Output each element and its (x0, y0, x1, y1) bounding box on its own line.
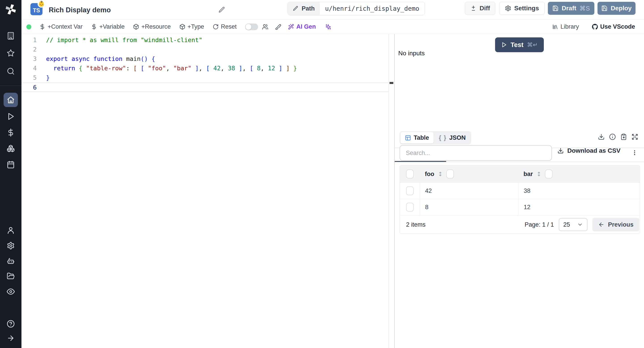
code-editor[interactable]: 1// import * as wmill from "windmill-cli… (22, 34, 388, 348)
test-shortcut: ⌘↵ (527, 41, 538, 48)
folders-icon[interactable] (7, 272, 15, 280)
page-size-select[interactable]: 25 (559, 218, 588, 231)
line-number: 2 (22, 45, 46, 54)
editor-line[interactable]: 3export async function main() { (22, 54, 388, 64)
row-checkbox[interactable] (406, 186, 414, 195)
expand-result-icon[interactable] (632, 133, 638, 140)
sort-icon[interactable] (536, 171, 542, 177)
column-header-bar[interactable]: bar (524, 171, 533, 178)
diff-button[interactable]: Diff (465, 2, 495, 15)
sidebar (0, 0, 22, 348)
diff-mode-toggle[interactable] (245, 24, 258, 30)
package-icon (179, 24, 185, 30)
deploy-button[interactable]: Deploy (598, 2, 636, 15)
windmill-logo[interactable] (4, 3, 17, 16)
chevron-down-icon (577, 222, 583, 228)
test-button[interactable]: Test ⌘↵ (495, 37, 544, 52)
dollar-icon (91, 24, 97, 30)
sidebar-divider (0, 86, 22, 86)
header: TS 👶 Rich Display demo Path u/henri/rich… (22, 0, 644, 20)
sidebar-item-home[interactable] (4, 93, 18, 107)
search-icon[interactable] (7, 67, 15, 75)
row-checkbox[interactable] (406, 203, 414, 212)
table-footer: 2 items Page: 1 / 1 25 Previous (400, 215, 640, 234)
home-icon (7, 96, 15, 104)
previous-page-button[interactable]: Previous (592, 218, 639, 231)
ai-gen-button[interactable]: AI Gen (288, 23, 316, 30)
table-row[interactable]: 812 (400, 199, 640, 215)
library-button[interactable]: Library (552, 23, 579, 30)
kebab-icon (632, 150, 638, 156)
favorites-icon[interactable] (7, 49, 15, 57)
workspace-icon[interactable] (7, 32, 15, 40)
edit-path-icon (293, 6, 298, 12)
search-input[interactable] (400, 145, 552, 161)
editor-line[interactable]: 6 (22, 82, 388, 92)
table-menu-button[interactable] (631, 148, 638, 158)
add-context-var-button[interactable]: +Context Var (39, 23, 82, 30)
user-icon[interactable] (7, 226, 15, 235)
view-json-button[interactable]: { } JSON (434, 132, 470, 143)
column-checkbox-foo[interactable] (446, 169, 454, 179)
workers-icon[interactable] (7, 257, 15, 265)
collaborators-icon[interactable] (262, 24, 268, 30)
status-dot (26, 24, 31, 29)
editor-overview-ruler[interactable] (388, 34, 394, 348)
right-panel: Test ⌘↵ No inputs Logs & Result History … (394, 34, 644, 348)
add-variable-button[interactable]: +Variable (91, 23, 124, 30)
use-vscode-button[interactable]: Use VScode (592, 23, 635, 30)
view-table-button[interactable]: Table (400, 132, 434, 143)
variables-icon[interactable] (7, 128, 15, 137)
download-csv-button[interactable]: Download as CSV (558, 147, 620, 154)
add-type-button[interactable]: +Type (179, 23, 204, 30)
package-icon (133, 24, 139, 30)
column-checkbox-bar[interactable] (545, 169, 552, 179)
wand-icon (288, 24, 294, 30)
audit-icon[interactable] (7, 287, 15, 296)
reset-button[interactable]: Reset (213, 23, 237, 30)
no-inputs-text: No inputs (398, 50, 425, 57)
format-icon[interactable] (275, 24, 281, 30)
resources-icon[interactable] (7, 144, 15, 152)
typescript-badge-label: TS (33, 7, 40, 14)
sort-icon[interactable] (438, 171, 443, 177)
editor-line[interactable]: 2 (22, 45, 388, 54)
download-result-icon[interactable] (598, 133, 605, 140)
code-text: return { "table-row": [ [ "foo", "bar" ]… (46, 64, 297, 73)
sparkles-icon[interactable] (325, 24, 332, 30)
github-icon (592, 24, 598, 30)
runs-icon[interactable] (7, 112, 15, 120)
code-text: export async function main() { (46, 54, 155, 64)
table-icon (405, 135, 411, 141)
result-table: foo bar 4238812 2 items Page: 1 / 1 25 (400, 165, 640, 234)
copy-result-icon[interactable] (620, 133, 627, 140)
draft-button[interactable]: Draft ⌘S (548, 2, 594, 15)
table-row[interactable]: 4238 (400, 183, 640, 199)
editor-toolbar: +Context Var +Variable +Resource +Type R… (22, 20, 644, 34)
info-icon[interactable] (609, 133, 616, 140)
view-mode-switch: Table { } JSON (400, 131, 471, 144)
edit-title-icon[interactable] (218, 6, 226, 14)
diff-icon (470, 5, 476, 12)
settings-button[interactable]: Settings (499, 2, 545, 15)
expand-sidebar-icon[interactable] (7, 334, 15, 342)
path-button[interactable]: Path u/henri/rich_display_demo (288, 2, 425, 15)
schedules-icon[interactable] (7, 160, 15, 169)
editor-line[interactable]: 4 return { "table-row": [ [ "foo", "bar"… (22, 64, 388, 73)
table-header-row: foo bar (400, 165, 640, 183)
cell-bar: 12 (518, 199, 640, 215)
editor-line[interactable]: 1// import * as wmill from "windmill-cli… (22, 35, 388, 45)
add-resource-button[interactable]: +Resource (133, 23, 170, 30)
code-text: // import * as wmill from "windmill-clie… (46, 35, 202, 45)
page-title: Rich Display demo (49, 6, 111, 14)
draft-shortcut: ⌘S (580, 5, 590, 12)
editor-line[interactable]: 5} (22, 73, 388, 82)
help-icon[interactable] (7, 320, 15, 328)
download-icon (558, 147, 564, 154)
select-all-checkbox[interactable] (406, 169, 414, 179)
settings-icon[interactable] (7, 242, 15, 250)
column-header-foo[interactable]: foo (425, 171, 434, 178)
line-number: 5 (22, 73, 46, 82)
items-count: 2 items (406, 221, 426, 228)
line-number: 6 (22, 83, 46, 91)
